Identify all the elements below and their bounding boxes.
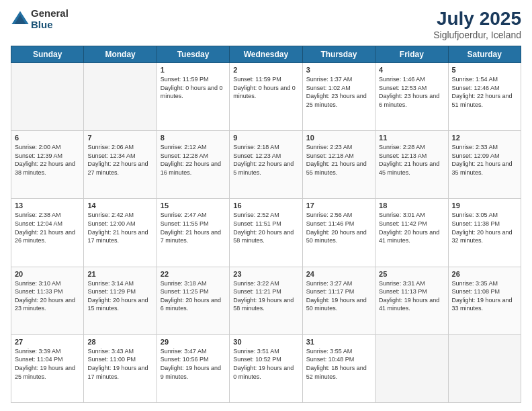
calendar-week-2: 13Sunrise: 2:38 AM Sunset: 12:04 AM Dayl… xyxy=(11,199,521,267)
day-number: 28 xyxy=(87,338,152,346)
calendar-cell: 20Sunrise: 3:10 AM Sunset: 11:33 PM Dayl… xyxy=(11,267,84,334)
calendar-cell: 19Sunrise: 3:05 AM Sunset: 11:38 PM Dayl… xyxy=(448,199,521,267)
calendar-cell: 15Sunrise: 2:47 AM Sunset: 11:55 PM Dayl… xyxy=(157,199,229,267)
calendar-cell xyxy=(84,63,157,131)
day-number: 11 xyxy=(379,134,444,142)
day-header-monday: Monday xyxy=(84,46,157,63)
calendar-cell xyxy=(448,334,521,402)
calendar-cell: 21Sunrise: 3:14 AM Sunset: 11:29 PM Dayl… xyxy=(84,267,157,334)
day-number: 10 xyxy=(306,134,371,142)
day-info: Sunrise: 2:12 AM Sunset: 12:28 AM Daylig… xyxy=(161,143,226,177)
calendar-week-4: 27Sunrise: 3:39 AM Sunset: 11:04 PM Dayl… xyxy=(11,334,521,402)
day-info: Sunrise: 3:55 AM Sunset: 10:48 PM Daylig… xyxy=(306,347,371,381)
day-info: Sunrise: 2:52 AM Sunset: 11:51 PM Daylig… xyxy=(233,211,298,244)
day-number: 14 xyxy=(87,201,152,210)
calendar-cell: 23Sunrise: 3:22 AM Sunset: 11:21 PM Dayl… xyxy=(230,267,302,334)
day-number: 8 xyxy=(161,134,226,142)
calendar-cell: 26Sunrise: 3:35 AM Sunset: 11:08 PM Dayl… xyxy=(448,267,521,334)
calendar-cell xyxy=(11,63,84,131)
calendar-cell: 28Sunrise: 3:43 AM Sunset: 11:00 PM Dayl… xyxy=(84,334,157,402)
day-number: 30 xyxy=(233,338,298,346)
day-info: Sunrise: 1:54 AM Sunset: 12:46 AM Daylig… xyxy=(452,75,517,109)
calendar-cell: 8Sunrise: 2:12 AM Sunset: 12:28 AM Dayli… xyxy=(157,131,229,199)
header: General Blue July 2025 Siglufjoerdur, Ic… xyxy=(11,8,521,40)
calendar-cell: 16Sunrise: 2:52 AM Sunset: 11:51 PM Dayl… xyxy=(230,199,302,267)
day-info: Sunrise: 3:14 AM Sunset: 11:29 PM Daylig… xyxy=(87,279,152,313)
day-number: 31 xyxy=(306,338,371,346)
day-number: 12 xyxy=(452,134,517,142)
day-number: 25 xyxy=(379,270,444,278)
day-info: Sunrise: 3:27 AM Sunset: 11:17 PM Daylig… xyxy=(306,279,371,313)
day-info: Sunrise: 3:51 AM Sunset: 10:52 PM Daylig… xyxy=(233,347,298,381)
day-number: 29 xyxy=(161,338,226,346)
day-header-friday: Friday xyxy=(375,46,448,63)
calendar-cell: 17Sunrise: 2:56 AM Sunset: 11:46 PM Dayl… xyxy=(302,199,375,267)
day-info: Sunrise: 1:46 AM Sunset: 12:53 AM Daylig… xyxy=(379,75,444,109)
day-number: 23 xyxy=(233,270,298,278)
day-info: Sunrise: 3:31 AM Sunset: 11:13 PM Daylig… xyxy=(379,279,444,313)
location-subtitle: Siglufjoerdur, Iceland xyxy=(433,30,521,40)
calendar-week-3: 20Sunrise: 3:10 AM Sunset: 11:33 PM Dayl… xyxy=(11,267,521,334)
day-info: Sunset: 11:59 PM Daylight: 0 hours and 0… xyxy=(161,75,226,101)
day-info: Sunrise: 3:22 AM Sunset: 11:21 PM Daylig… xyxy=(233,279,298,313)
calendar-cell: 7Sunrise: 2:06 AM Sunset: 12:34 AM Dayli… xyxy=(84,131,157,199)
calendar-cell: 10Sunrise: 2:23 AM Sunset: 12:18 AM Dayl… xyxy=(302,131,375,199)
day-number: 15 xyxy=(161,201,226,210)
day-number: 17 xyxy=(306,201,371,210)
calendar-cell: 30Sunrise: 3:51 AM Sunset: 10:52 PM Dayl… xyxy=(230,334,302,402)
day-number: 4 xyxy=(379,66,444,74)
calendar-cell: 6Sunrise: 2:00 AM Sunset: 12:39 AM Dayli… xyxy=(11,131,84,199)
day-number: 16 xyxy=(233,201,298,210)
calendar-cell: 14Sunrise: 2:42 AM Sunset: 12:00 AM Dayl… xyxy=(84,199,157,267)
calendar-cell: 25Sunrise: 3:31 AM Sunset: 11:13 PM Dayl… xyxy=(375,267,448,334)
day-number: 1 xyxy=(161,66,226,74)
calendar-week-0: 1Sunset: 11:59 PM Daylight: 0 hours and … xyxy=(11,63,521,131)
day-header-sunday: Sunday xyxy=(11,46,84,63)
calendar-cell: 27Sunrise: 3:39 AM Sunset: 11:04 PM Dayl… xyxy=(11,334,84,402)
day-info: Sunrise: 2:00 AM Sunset: 12:39 AM Daylig… xyxy=(15,143,80,177)
day-number: 21 xyxy=(87,270,152,278)
day-info: Sunrise: 3:10 AM Sunset: 11:33 PM Daylig… xyxy=(15,279,80,313)
page: General Blue July 2025 Siglufjoerdur, Ic… xyxy=(0,0,532,411)
day-number: 20 xyxy=(15,270,80,278)
calendar-cell: 5Sunrise: 1:54 AM Sunset: 12:46 AM Dayli… xyxy=(448,63,521,131)
calendar-week-1: 6Sunrise: 2:00 AM Sunset: 12:39 AM Dayli… xyxy=(11,131,521,199)
title-block: July 2025 Siglufjoerdur, Iceland xyxy=(433,8,521,40)
day-number: 5 xyxy=(452,66,517,74)
logo-blue-text: Blue xyxy=(31,19,69,31)
day-info: Sunrise: 2:38 AM Sunset: 12:04 AM Daylig… xyxy=(15,211,80,244)
calendar-cell: 24Sunrise: 3:27 AM Sunset: 11:17 PM Dayl… xyxy=(302,267,375,334)
day-info: Sunrise: 3:01 AM Sunset: 11:42 PM Daylig… xyxy=(379,211,444,244)
calendar-cell: 12Sunrise: 2:33 AM Sunset: 12:09 AM Dayl… xyxy=(448,131,521,199)
calendar-cell xyxy=(375,334,448,402)
day-number: 13 xyxy=(15,201,80,210)
day-header-thursday: Thursday xyxy=(302,46,375,63)
day-info: Sunrise: 3:18 AM Sunset: 11:25 PM Daylig… xyxy=(161,279,226,313)
day-number: 9 xyxy=(233,134,298,142)
day-number: 3 xyxy=(306,66,371,74)
day-header-tuesday: Tuesday xyxy=(157,46,229,63)
calendar-cell: 29Sunrise: 3:47 AM Sunset: 10:56 PM Dayl… xyxy=(157,334,229,402)
day-info: Sunrise: 3:35 AM Sunset: 11:08 PM Daylig… xyxy=(452,279,517,313)
day-number: 6 xyxy=(15,134,80,142)
calendar-cell: 11Sunrise: 2:28 AM Sunset: 12:13 AM Dayl… xyxy=(375,131,448,199)
day-info: Sunrise: 2:42 AM Sunset: 12:00 AM Daylig… xyxy=(87,211,152,244)
logo-icon xyxy=(11,10,30,29)
day-info: Sunrise: 2:06 AM Sunset: 12:34 AM Daylig… xyxy=(87,143,152,177)
calendar-table: SundayMondayTuesdayWednesdayThursdayFrid… xyxy=(11,46,521,403)
calendar-cell: 3Sunrise: 1:37 AM Sunset: 1:02 AM Daylig… xyxy=(302,63,375,131)
logo-general-text: General xyxy=(31,8,69,19)
day-number: 19 xyxy=(452,201,517,210)
calendar-cell: 2Sunset: 11:59 PM Daylight: 0 hours and … xyxy=(230,63,302,131)
day-info: Sunrise: 3:05 AM Sunset: 11:38 PM Daylig… xyxy=(452,211,517,244)
day-number: 2 xyxy=(233,66,298,74)
calendar-cell: 18Sunrise: 3:01 AM Sunset: 11:42 PM Dayl… xyxy=(375,199,448,267)
month-title: July 2025 xyxy=(433,8,521,30)
day-header-wednesday: Wednesday xyxy=(230,46,302,63)
calendar-cell: 1Sunset: 11:59 PM Daylight: 0 hours and … xyxy=(157,63,229,131)
calendar-cell: 4Sunrise: 1:46 AM Sunset: 12:53 AM Dayli… xyxy=(375,63,448,131)
day-info: Sunrise: 2:18 AM Sunset: 12:23 AM Daylig… xyxy=(233,143,298,177)
calendar-cell: 9Sunrise: 2:18 AM Sunset: 12:23 AM Dayli… xyxy=(230,131,302,199)
day-info: Sunrise: 2:28 AM Sunset: 12:13 AM Daylig… xyxy=(379,143,444,177)
day-info: Sunset: 11:59 PM Daylight: 0 hours and 0… xyxy=(233,75,298,101)
